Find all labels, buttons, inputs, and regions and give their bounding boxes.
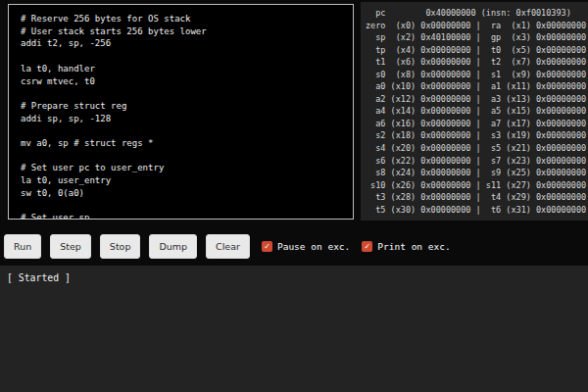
dump-button[interactable]: Dump [149,234,197,260]
toolbar: Run Step Stop Dump Clear ✓ Pause on exc.… [0,227,588,266]
pause-on-exc-checkbox[interactable]: ✓ [262,241,272,252]
print-on-exc-group: ✓ Print on exc. [362,241,450,252]
code-editor[interactable]: # Reserve 256 bytes for OS stack # User … [8,4,354,220]
register-panel: pc 0x40000000 (insn: 0xf0010393) zero (x… [361,2,588,220]
stop-button[interactable]: Stop [100,234,141,260]
pause-on-exc-group: ✓ Pause on exc. [262,241,350,252]
checkmark-icon: ✓ [365,242,369,251]
app-window: # Reserve 256 bytes for OS stack # User … [0,0,588,392]
clear-button[interactable]: Clear [206,234,250,260]
console-text: [ Started ] [7,272,581,284]
step-button[interactable]: Step [50,234,91,260]
print-on-exc-checkbox[interactable]: ✓ [362,241,372,252]
pause-on-exc-label: Pause on exc. [277,241,350,252]
run-button[interactable]: Run [4,234,41,260]
checkmark-icon: ✓ [265,242,270,251]
print-on-exc-label: Print on exc. [377,241,450,252]
console-output: [ Started ] [0,266,588,392]
